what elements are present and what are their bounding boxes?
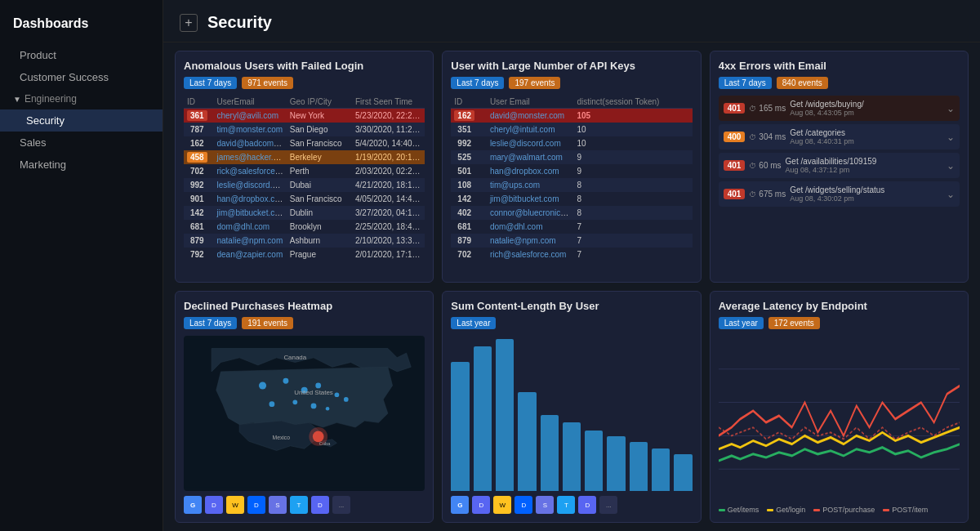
col-email: UserEmail [213,96,286,109]
error-row[interactable]: 401 ⏱ 60 ms Get /availabilities/109159 A… [719,153,960,178]
card-title-heatmap: Declined Purchases Heatmap [184,300,425,312]
sidebar-item-customer-success[interactable]: Customer Success [0,66,163,88]
bar [474,346,492,491]
table-row: 351 cheryl@intuit.com 10 [451,123,692,136]
filter-time-badge[interactable]: Last 7 days [184,317,237,329]
line-chart-area [719,336,960,502]
cell-id: 879 [451,234,487,248]
error-path-container: Get /categories Aug 08, 4:40:31 pm [790,128,854,145]
svg-point-6 [270,401,275,407]
sidebar-section-engineering[interactable]: ▼ Engineering [0,88,163,109]
sidebar-item-sales[interactable]: Sales [0,132,163,154]
card-title-errors: 4xx Errors with Email [719,60,960,72]
cell-time: 3/27/2020, 04:18:26 [352,206,425,220]
cell-id: 402 [451,206,487,220]
expand-icon[interactable]: ⌄ [947,103,955,114]
cell-city: New York [287,109,352,123]
cell-email: cheryl@avili.com [213,109,286,123]
table-row: 681 dom@dhl.com 7 [451,220,692,234]
sidebar-title: Dashboards [0,16,163,44]
cell-email: dean@zapier.com [213,248,286,261]
table-row: 901 han@dropbox.com San Francisco 4/05/2… [184,192,425,206]
cell-email: tim@ups.com [487,178,574,192]
logo-more[interactable]: ... [599,496,617,514]
legend-label: Get/items [728,506,760,514]
clock-icon: ⏱ [749,133,756,141]
line-chart-svg [719,336,960,502]
cell-email: han@dropbox.com [213,192,286,206]
sidebar-item-security[interactable]: Security [0,109,163,132]
error-row[interactable]: 401 ⏱ 675 ms Get /widgets/selling/status… [719,181,960,207]
legend-item: POST/purchase [813,506,875,514]
table-row: 702 rich@salesforce.com 7 [451,248,692,261]
legend-color [767,509,773,511]
svg-point-2 [283,378,289,384]
sidebar-item-label: Marketing [20,158,66,171]
cell-email: jim@bitbucket.com [487,192,574,206]
cell-email: jim@bitbucket.com [213,206,286,220]
expand-icon[interactable]: ⌄ [947,160,955,172]
filter-time-badge[interactable]: Last 7 days [184,77,237,89]
cell-email: cheryl@intuit.com [487,123,574,136]
anomalous-table: ID UserEmail Geo IP/City First Seen Time… [184,96,425,261]
cell-city: San Diego [287,123,352,136]
cell-count: 9 [573,164,692,178]
cell-id: 992 [184,178,213,192]
cell-email: david@badcompany.com [213,136,286,150]
expand-icon[interactable]: ⌄ [947,189,955,200]
filter-events-badge[interactable]: 172 events [768,317,820,329]
card-api-keys: User with Large Number of API Keys Last … [442,51,701,283]
chart-legend: Get/items Get/login POST/purchase POST/i… [719,506,960,514]
cell-id: 162 [184,136,213,150]
cell-id: 361 [184,109,213,123]
svg-rect-17 [719,336,960,502]
filter-events-badge[interactable]: 971 events [242,77,293,89]
logo-twitter: T [290,496,308,514]
filter-time-badge[interactable]: Last year [719,317,764,329]
legend-label: Get/login [776,506,805,514]
bar [451,362,469,491]
cell-id: 142 [184,206,213,220]
expand-icon[interactable]: ⌄ [947,132,955,143]
chevron-down-icon: ▼ [13,95,21,104]
cell-id: 108 [451,178,487,192]
cell-count: 8 [573,178,692,192]
filter-events-badge[interactable]: 840 events [777,77,828,89]
main-header: + Security [163,0,980,42]
filter-events-badge[interactable]: 191 events [242,317,293,329]
table-row: 458 james@hacker.org Berkeley 1/19/2020,… [184,150,425,164]
map-logos: G D W D S T D ... [184,496,425,514]
error-row[interactable]: 400 ⏱ 304 ms Get /categories Aug 08, 4:4… [719,124,960,149]
table-row: 525 mary@walmart.com 9 [451,150,692,164]
filter-time-badge[interactable]: Last year [451,317,496,329]
card-filters-anomalous: Last 7 days 971 events [184,77,425,89]
sidebar-item-product[interactable]: Product [0,44,163,66]
filter-time-badge[interactable]: Last 7 days [451,77,504,89]
filter-time-badge[interactable]: Last 7 days [719,77,772,89]
cell-id: 901 [184,192,213,206]
cell-email: han@dropbox.com [487,164,574,178]
legend-color [719,509,725,511]
cell-time: 4/21/2020, 18:18:19 [352,178,425,192]
logo-discord: D [472,496,490,514]
error-path: Get /widgets/buying/ [790,100,864,109]
error-time: ⏱ 675 ms [749,190,786,199]
error-date: Aug 08, 4:40:31 pm [790,137,854,145]
card-filters-apikeys: Last 7 days 197 events [451,77,692,89]
bar [607,436,625,491]
error-row[interactable]: 401 ⏱ 165 ms Get /widgets/buying/ Aug 08… [719,96,960,121]
logo-dropbox: D [247,496,265,514]
cell-email: connor@bluecronic.com [487,206,574,220]
logo-more[interactable]: ... [332,496,350,514]
sidebar-item-marketing[interactable]: Marketing [0,154,163,176]
error-date: Aug 08, 4:43:05 pm [790,109,864,117]
table-row: 142 jim@bitbucket.com 8 [451,192,692,206]
cell-city: Prague [287,248,352,261]
add-dashboard-button[interactable]: + [180,14,198,32]
cell-id: 162 [451,109,487,123]
cell-email: david@monster.com [487,109,574,123]
logo-discord2: D [578,496,596,514]
filter-events-badge[interactable]: 197 events [509,77,560,89]
table-row: 108 tim@ups.com 8 [451,178,692,192]
card-content-length: Sum Content-Length By User Last year G D… [442,291,701,523]
